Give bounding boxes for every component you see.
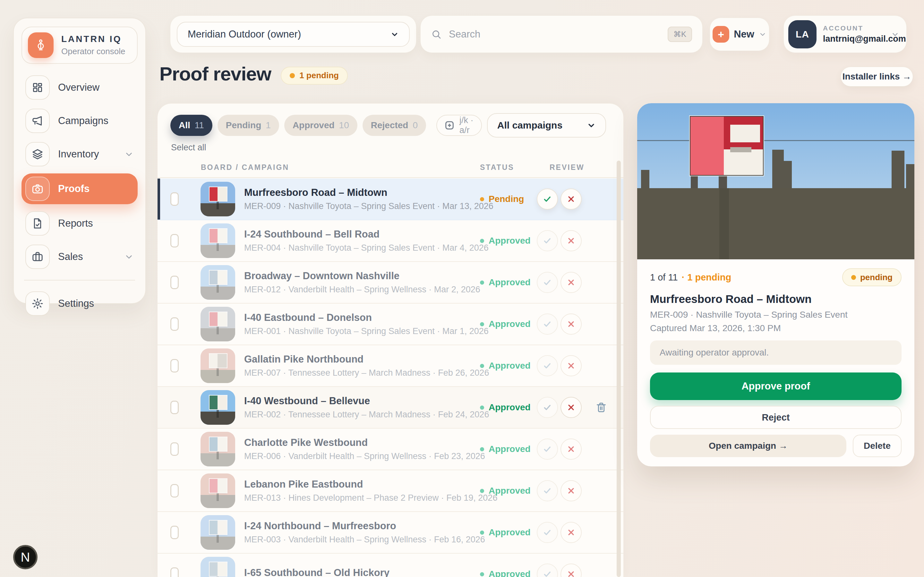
table-row[interactable]: Murfreesboro Road – Midtown MER-009 · Na… [158, 179, 624, 220]
approve-row-button[interactable] [537, 355, 558, 376]
list-scrollbar[interactable] [617, 161, 621, 577]
check-icon [542, 319, 552, 329]
row-title: Lebanon Pike Eastbound [244, 479, 497, 490]
reject-row-button[interactable] [561, 480, 582, 501]
open-campaign-button[interactable]: Open campaign → [650, 435, 846, 457]
reject-row-button[interactable] [561, 314, 582, 335]
reject-proof-button[interactable]: Reject [650, 406, 901, 429]
column-review: REVIEW [549, 163, 585, 172]
row-checkbox[interactable] [170, 442, 179, 456]
sidebar-item-settings[interactable]: Settings [21, 290, 137, 318]
row-title: I-24 Southbound – Bell Road [244, 229, 489, 240]
filter-tab-rejected[interactable]: Rejected0 [363, 115, 426, 136]
row-checkbox[interactable] [170, 484, 179, 498]
row-checkbox[interactable] [170, 192, 179, 206]
approve-row-button[interactable] [537, 438, 558, 460]
row-title: I-24 Northbound – Murfreesboro [244, 520, 485, 532]
reject-row-button[interactable] [561, 438, 582, 460]
account-menu[interactable]: LA ACCOUNT lantrniq@gmail.com [783, 15, 907, 53]
status-dot-icon [480, 280, 484, 285]
row-checkbox[interactable] [170, 526, 179, 539]
row-meta: MER-001 · Nashville Toyota – Spring Sale… [244, 326, 489, 336]
campaign-filter-select[interactable]: All campaigns [487, 113, 606, 137]
status-dot-icon [480, 489, 484, 493]
table-row[interactable]: Broadway – Downtown Nashville MER-012 · … [158, 262, 624, 303]
table-row[interactable]: I-40 Westbound – Bellevue MER-002 · Tenn… [158, 387, 624, 429]
row-checkbox[interactable] [170, 567, 179, 577]
workspace-select[interactable]: Meridian Outdoor (owner) [177, 22, 410, 47]
app-logo-card: LANTRN IQ Operator console [21, 27, 137, 64]
select-all-link[interactable]: Select all [171, 143, 206, 153]
proof-detail-info: 1 of 11 · 1 pending pending Murfreesboro… [637, 259, 914, 466]
status-label: Approved [489, 319, 531, 329]
approve-row-button[interactable] [537, 272, 558, 293]
approve-proof-button[interactable]: Approve proof [650, 372, 901, 400]
page-header: Proof review 1 pending [160, 63, 348, 85]
approve-row-button[interactable] [537, 230, 558, 251]
reject-row-button[interactable] [561, 564, 582, 577]
filter-tab-all[interactable]: All11 [170, 115, 212, 136]
caret-down-icon [587, 121, 596, 130]
approve-row-button[interactable] [537, 480, 558, 501]
row-checkbox[interactable] [170, 234, 179, 247]
installer-links-button[interactable]: Installer links → [841, 67, 913, 87]
chevron-down-icon [124, 252, 134, 261]
row-checkbox[interactable] [170, 318, 179, 331]
table-row[interactable]: Gallatin Pike Northbound MER-007 · Tenne… [158, 345, 624, 387]
x-icon [566, 361, 576, 371]
filter-tab-approved[interactable]: Approved10 [284, 115, 357, 136]
approve-row-button[interactable] [537, 522, 558, 543]
proof-meta: MER-009 · Nashville Toyota – Spring Sale… [650, 309, 901, 320]
filter-tab-pending[interactable]: Pending1 [218, 115, 279, 136]
table-row[interactable]: Charlotte Pike Westbound MER-006 · Vande… [158, 429, 624, 470]
approve-row-button[interactable] [537, 564, 558, 577]
sidebar-item-label: Settings [58, 298, 134, 309]
table-row[interactable]: I-24 Northbound – Murfreesboro MER-003 ·… [158, 512, 624, 554]
search-input[interactable]: Search [449, 29, 661, 40]
new-button[interactable]: + New [710, 18, 769, 51]
reject-row-button[interactable] [561, 522, 582, 543]
x-icon [566, 277, 576, 287]
reject-row-button[interactable] [561, 397, 582, 418]
reject-row-button[interactable] [561, 272, 582, 293]
reject-row-button[interactable] [561, 230, 582, 251]
approve-row-button[interactable] [537, 314, 558, 335]
status-label: Approved [489, 277, 531, 287]
reject-row-button[interactable] [561, 355, 582, 376]
sidebar-item-proofs[interactable]: Proofs [21, 173, 137, 204]
sidebar-item-overview[interactable]: Overview [21, 73, 137, 102]
table-row[interactable]: Lebanon Pike Eastbound MER-013 · Hines D… [158, 470, 624, 512]
row-checkbox[interactable] [170, 401, 179, 414]
row-title: Gallatin Pike Northbound [244, 354, 489, 365]
search-bar[interactable]: Search ⌘K [420, 15, 703, 53]
delete-proof-button[interactable]: Delete [853, 435, 901, 457]
sidebar-item-inventory[interactable]: Inventory [21, 140, 137, 168]
status-label: Approved [489, 235, 531, 246]
sidebar-item-label: Inventory [58, 148, 116, 160]
table-row[interactable]: I-40 Eastbound – Donelson MER-001 · Nash… [158, 303, 624, 345]
row-checkbox[interactable] [170, 359, 179, 372]
x-icon [566, 444, 576, 454]
table-row[interactable]: I-24 Southbound – Bell Road MER-004 · Na… [158, 220, 624, 262]
sidebar-item-sales[interactable]: Sales [21, 243, 137, 271]
keyboard-icon [444, 120, 455, 131]
table-row[interactable]: I-65 Southbound – Old Hickory Approved [158, 554, 624, 577]
x-icon [566, 569, 576, 577]
framework-badge[interactable]: N [13, 545, 37, 569]
sidebar-item-label: Reports [58, 218, 134, 229]
row-checkbox[interactable] [170, 276, 179, 289]
reject-row-button[interactable] [561, 189, 582, 210]
row-title: I-65 Southbound – Old Hickory [244, 567, 389, 577]
plus-icon: + [712, 26, 729, 43]
trash-icon [595, 401, 607, 414]
check-icon [542, 235, 552, 246]
status-label: Approved [489, 569, 531, 577]
layers-icon [25, 142, 50, 166]
approve-row-button[interactable] [537, 189, 558, 210]
approve-row-button[interactable] [537, 397, 558, 418]
sidebar-item-reports[interactable]: Reports [21, 210, 137, 237]
row-status: Approved [480, 402, 531, 413]
status-dot-icon [480, 364, 484, 368]
sidebar-item-campaigns[interactable]: Campaigns [21, 107, 137, 135]
trash-button[interactable] [593, 399, 610, 416]
